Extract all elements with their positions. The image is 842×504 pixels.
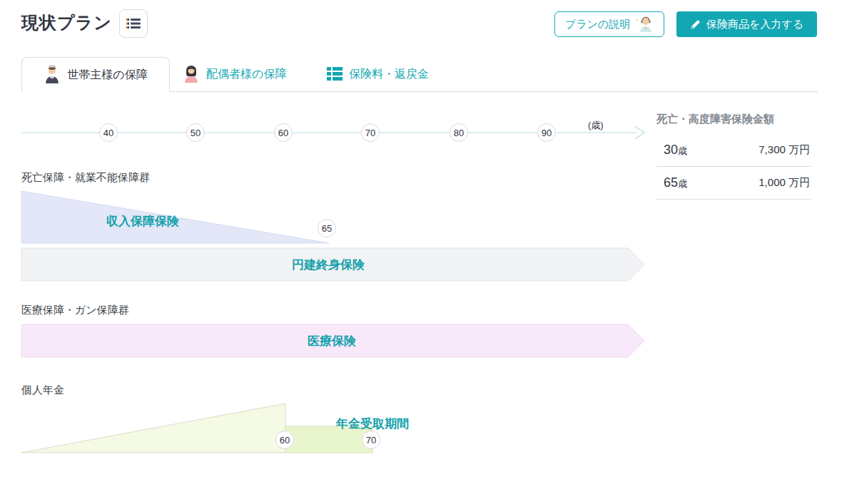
table-icon <box>327 67 343 81</box>
annuity-payout-label: 年金受取期間 <box>308 416 437 432</box>
tab-premium-label: 保険料・返戻金 <box>349 67 429 82</box>
list-icon <box>126 18 141 29</box>
timeline-age-60: 60 <box>274 123 293 142</box>
male-avatar-icon <box>44 66 61 84</box>
plan-list-button[interactable] <box>119 9 148 38</box>
current-plan-page: 現状プラン プランの説明 保険商品を入力する <box>0 0 842 504</box>
summary-table-row: 65歳 1,000 万円 <box>656 167 811 200</box>
tab-householder-label: 世帯主様の保障 <box>67 68 147 83</box>
plan-description-label: プランの説明 <box>565 18 630 31</box>
timeline-age-40: 40 <box>99 123 118 142</box>
income-protection-label: 収入保障保険 <box>36 213 250 230</box>
input-insurance-product-label: 保険商品を入力する <box>706 18 803 31</box>
annuity-start-age-marker: 60 <box>275 431 294 449</box>
summary-row2-age: 65 <box>664 175 678 190</box>
summary-table-header: 死亡・高度障害保険金額 <box>656 113 818 126</box>
summary-row1-age: 30 <box>664 143 678 157</box>
summary-row2-value: 1,000 万円 <box>759 176 810 190</box>
timeline-age-70: 70 <box>361 123 380 142</box>
annuity-accumulation-shape[interactable] <box>21 403 285 453</box>
summary-row1-value: 7,300 万円 <box>759 143 810 157</box>
timeline-age-unit: (歳) <box>588 119 604 132</box>
tab-premium-refund[interactable]: 保険料・返戻金 <box>327 61 429 87</box>
whole-life-label: 円建終身保険 <box>221 257 435 273</box>
annuity-end-age-marker: 70 <box>362 431 380 449</box>
section-title-medical-coverage: 医療保障・ガン保障群 <box>21 304 129 317</box>
concierge-avatar-icon <box>635 16 654 33</box>
tab-spouse-label: 配偶者様の保障 <box>206 67 286 82</box>
timeline-age-80: 80 <box>450 123 468 142</box>
tab-spouse-coverage[interactable]: 配偶者様の保障 <box>183 61 286 87</box>
section-title-death-coverage: 死亡保障・就業不能保障群 <box>21 171 150 185</box>
summary-table-row: 30歳 7,300 万円 <box>656 134 811 167</box>
plan-description-button[interactable]: プランの説明 <box>554 11 664 37</box>
section-title-personal-annuity: 個人年金 <box>21 384 64 397</box>
input-insurance-product-button[interactable]: 保険商品を入力する <box>676 11 817 37</box>
summary-row2-age-suffix: 歳 <box>678 178 687 189</box>
income-protection-end-age-marker: 65 <box>318 219 336 237</box>
timeline-age-50: 50 <box>186 123 205 142</box>
female-avatar-icon <box>183 65 200 83</box>
medical-insurance-label: 医療保険 <box>225 333 439 349</box>
pencil-icon <box>690 19 701 30</box>
summary-row1-age-suffix: 歳 <box>678 145 687 156</box>
page-title: 現状プラン <box>21 11 112 34</box>
timeline-age-90: 90 <box>537 123 556 142</box>
tab-householder-coverage[interactable]: 世帯主様の保障 <box>21 57 170 92</box>
